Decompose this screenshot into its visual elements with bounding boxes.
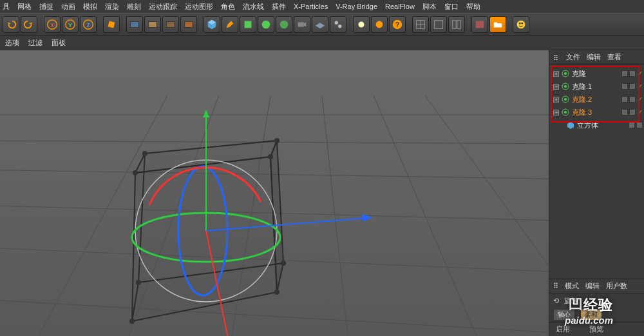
subbar-item[interactable]: 选项 xyxy=(5,38,19,48)
svg-text:Z: Z xyxy=(86,22,90,28)
viewport-3d[interactable]: ✥ ⊞ ▦ ☰ xyz xyxy=(0,50,549,336)
soft-pill[interactable]: 柔和 xyxy=(580,309,602,321)
subbar-item[interactable]: 过滤 xyxy=(28,38,43,48)
svg-point-55 xyxy=(142,151,147,156)
render-toggle[interactable] xyxy=(629,96,636,103)
menu-item[interactable]: 捕捉 xyxy=(39,2,53,12)
cube-primitive-button[interactable] xyxy=(204,16,220,33)
expand-toggle[interactable]: + xyxy=(553,71,559,77)
render-picture-button[interactable] xyxy=(162,16,179,33)
object-label[interactable]: 克隆.1 xyxy=(572,82,619,92)
render-toggle[interactable] xyxy=(629,83,636,90)
panel-grip-icon[interactable]: ⠿ xyxy=(553,282,558,290)
tab-edit[interactable]: 编辑 xyxy=(585,281,600,291)
camera-button[interactable] xyxy=(294,16,310,33)
render-view-button[interactable] xyxy=(126,16,143,33)
content-browser-button[interactable] xyxy=(471,16,488,33)
render-region-button[interactable] xyxy=(144,16,161,33)
tab-view[interactable]: 查看 xyxy=(607,52,621,62)
folder-button[interactable] xyxy=(489,16,506,33)
menu-item[interactable]: 模拟 xyxy=(83,2,97,12)
enable-check-icon[interactable]: ✓ xyxy=(637,83,643,91)
object-row-clone-2[interactable]: + 克隆.2 ✓ xyxy=(551,93,643,106)
render-toggle[interactable] xyxy=(629,109,636,115)
world-axis-button[interactable] xyxy=(103,16,120,33)
visibility-toggle[interactable] xyxy=(621,70,628,77)
enable-label[interactable]: 启用 xyxy=(556,324,570,334)
render-toggle[interactable] xyxy=(629,70,636,77)
menu-item[interactable]: 雕刻 xyxy=(127,2,141,12)
generator-button[interactable] xyxy=(240,16,256,33)
render-toggle[interactable] xyxy=(636,122,643,128)
object-label[interactable]: 克隆 xyxy=(572,69,619,79)
menu-item[interactable]: 渲染 xyxy=(105,2,119,12)
visibility-toggle[interactable] xyxy=(621,109,628,115)
menu-item[interactable]: 窗口 xyxy=(444,2,459,12)
visibility-toggle[interactable] xyxy=(629,122,635,128)
enable-check-icon[interactable]: ✓ xyxy=(637,108,643,117)
svg-point-70 xyxy=(564,85,567,88)
menu-item[interactable]: V-Ray Bridge xyxy=(336,3,377,10)
viewport-scene xyxy=(0,50,549,336)
menu-item[interactable]: X-Particles xyxy=(294,3,328,10)
svg-point-30 xyxy=(521,23,523,25)
menu-item[interactable]: 动画 xyxy=(61,2,75,12)
tab-file[interactable]: 文件 xyxy=(566,52,580,62)
render-settings-button[interactable] xyxy=(180,16,197,33)
enable-check-icon[interactable]: ✓ xyxy=(637,95,643,104)
tag-button[interactable] xyxy=(330,16,346,33)
svg-rect-9 xyxy=(167,22,175,28)
object-row-clone-1[interactable]: + 克隆.1 ✓ xyxy=(551,80,643,93)
axis-z-button[interactable]: Z xyxy=(80,16,97,33)
menu-item[interactable]: RealFlow xyxy=(385,3,415,10)
grid-2-button[interactable] xyxy=(430,16,447,33)
object-label[interactable]: 克隆.2 xyxy=(572,95,619,104)
light-button[interactable] xyxy=(353,16,370,33)
undo-button[interactable] xyxy=(3,16,19,33)
sun-button[interactable] xyxy=(371,16,388,33)
tab-mode[interactable]: 模式 xyxy=(565,281,579,291)
expand-toggle[interactable]: + xyxy=(553,84,559,90)
expand-toggle[interactable]: + xyxy=(553,97,559,103)
grid-3-button[interactable] xyxy=(448,16,465,33)
redo-button[interactable] xyxy=(21,16,37,33)
subbar-item[interactable]: 面板 xyxy=(52,38,66,48)
object-label[interactable]: 克隆.3 xyxy=(572,108,619,117)
attribute-panel: ⠿ 模式 编辑 用户数 ⟲ 旋转 轴心 柔和 启用 预览 xyxy=(549,279,644,336)
visibility-toggle[interactable] xyxy=(621,83,628,90)
visibility-toggle[interactable] xyxy=(621,96,628,103)
floor-button[interactable] xyxy=(312,16,328,33)
help-button[interactable]: ? xyxy=(389,16,406,33)
tab-userdata[interactable]: 用户数 xyxy=(606,281,627,291)
cloner-icon xyxy=(562,108,569,116)
menu-item[interactable]: 角色 xyxy=(221,2,235,12)
svg-rect-11 xyxy=(245,21,252,28)
panel-grip-icon[interactable]: ⠿ xyxy=(553,54,560,61)
svg-rect-6 xyxy=(108,21,115,28)
deformer-button[interactable] xyxy=(258,16,274,33)
object-row-clone-3[interactable]: + 克隆.3 ✓ xyxy=(551,106,643,119)
layout-button[interactable] xyxy=(513,16,529,33)
svg-point-12 xyxy=(262,21,270,29)
menu-item[interactable]: 具 xyxy=(3,2,10,12)
object-row-cube[interactable]: 立方体 xyxy=(551,119,643,132)
menu-item[interactable]: 网格 xyxy=(17,2,32,12)
tab-edit[interactable]: 编辑 xyxy=(587,52,601,62)
pen-tool-button[interactable] xyxy=(222,16,238,33)
menu-item[interactable]: 插件 xyxy=(272,2,286,12)
enable-check-icon[interactable]: ✓ xyxy=(637,70,643,78)
axis-x-button[interactable]: X xyxy=(44,16,61,33)
menu-item[interactable]: 帮助 xyxy=(466,2,480,12)
object-label[interactable]: 立方体 xyxy=(577,121,626,130)
expand-toggle[interactable]: + xyxy=(553,110,559,115)
menu-item[interactable]: 运动图形 xyxy=(185,2,213,12)
object-row-clone[interactable]: + 克隆 ✓ xyxy=(551,67,643,80)
preview-label[interactable]: 预览 xyxy=(589,324,603,334)
grid-1-button[interactable] xyxy=(412,16,429,33)
menu-item[interactable]: 流水线 xyxy=(243,2,264,12)
pivot-pill[interactable]: 轴心 xyxy=(553,309,575,321)
menu-item[interactable]: 脚本 xyxy=(422,2,437,12)
axis-y-button[interactable]: Y xyxy=(62,16,79,33)
environment-button[interactable] xyxy=(276,16,292,33)
menu-item[interactable]: 运动跟踪 xyxy=(149,2,177,12)
